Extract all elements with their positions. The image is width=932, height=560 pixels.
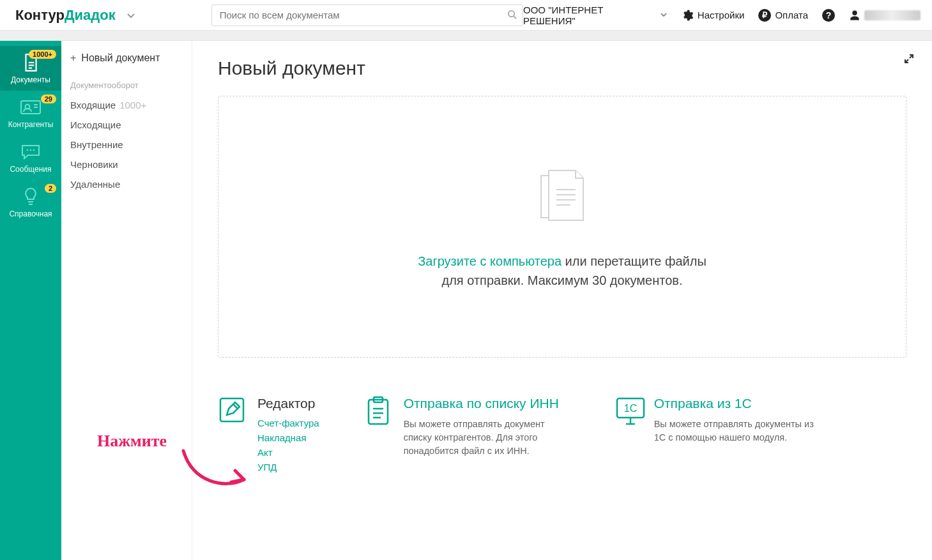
nav-item-label: Исходящие (70, 119, 121, 130)
dropzone-line1: Загрузите с компьютера или перетащите фа… (418, 252, 707, 271)
sidebar-item-reference[interactable]: 2 Справочная (0, 180, 61, 225)
payment-link[interactable]: ₽ Оплата (758, 9, 808, 22)
sidebar-item-label: Контрагенты (8, 120, 54, 129)
card-inn-desc: Вы можете отправлять документ списку кон… (404, 418, 570, 458)
contacts-icon (20, 98, 42, 116)
gear-icon (681, 9, 694, 22)
gray-strip (0, 31, 932, 41)
dropzone[interactable]: Загрузите с компьютера или перетащите фа… (218, 96, 906, 358)
editor-link-upd[interactable]: УПД (257, 462, 319, 473)
card-editor: Редактор Счет-фактура Накладная Акт УПД (218, 396, 319, 473)
nav-item-label: Внутренние (70, 139, 123, 150)
search-icon[interactable] (501, 10, 523, 21)
editor-link-act[interactable]: Акт (257, 447, 319, 458)
nav-item-deleted[interactable]: Удаленные (61, 174, 192, 194)
top-bar: КонтурДиадок ООО "ИНТЕРНЕТ РЕШЕНИЯ" Наст… (0, 0, 932, 31)
editor-link-waybill[interactable]: Накладная (257, 432, 319, 443)
nav-item-inbox[interactable]: Входящие 1000+ (61, 95, 192, 115)
org-name: ООО "ИНТЕРНЕТ РЕШЕНИЯ" (523, 4, 657, 26)
logo-part2: Диадок (65, 7, 116, 24)
sidebar: 1000+ Документы 29 Контрагенты Сообщения… (0, 41, 61, 560)
nav-item-label: Черновики (70, 159, 118, 170)
monitor-1c-icon: 1С (615, 396, 643, 424)
settings-link[interactable]: Настройки (681, 9, 745, 22)
svg-text:1С: 1С (623, 403, 636, 414)
new-document-label: Новый документ (81, 52, 160, 64)
org-switch-chevron-icon[interactable] (127, 10, 135, 20)
svg-point-11 (33, 149, 35, 151)
payment-label: Оплата (775, 10, 808, 20)
chevron-down-icon (661, 13, 667, 17)
sidebar-item-documents[interactable]: 1000+ Документы (0, 46, 61, 91)
svg-line-1 (514, 16, 516, 19)
lightbulb-icon (20, 188, 42, 206)
nav-item-label: Входящие (70, 100, 116, 110)
svg-point-9 (27, 149, 29, 151)
search-box[interactable] (211, 4, 523, 26)
logo[interactable]: КонтурДиадок (15, 7, 116, 24)
plus-icon: + (70, 52, 76, 64)
search-input[interactable] (212, 10, 501, 20)
editor-link-invoice[interactable]: Счет-фактура (257, 418, 319, 428)
new-document-button[interactable]: + Новый документ (61, 52, 192, 74)
nav-item-label: Удаленные (70, 179, 120, 190)
top-right: ООО "ИНТЕРНЕТ РЕШЕНИЯ" Настройки ₽ Оплат… (523, 4, 921, 26)
dropzone-text-after: или перетащите файлы (561, 254, 707, 268)
svg-rect-18 (220, 398, 243, 421)
logo-part1: Контур (15, 7, 65, 24)
card-editor-title: Редактор (257, 396, 319, 411)
sidebar-item-label: Сообщения (10, 165, 51, 174)
clipboard-icon (364, 396, 392, 424)
ruble-icon: ₽ (758, 9, 771, 22)
nav-item-count: 1000+ (119, 100, 146, 110)
card-inn: Отправка по списку ИНН Вы можете отправл… (364, 396, 570, 473)
sidebar-badge: 1000+ (29, 50, 56, 59)
nav-item-drafts[interactable]: Черновики (61, 155, 192, 174)
card-1c-desc: Вы можете отправлять документы из 1С с п… (654, 418, 820, 444)
user-icon (849, 10, 860, 21)
nav-item-outbox[interactable]: Исходящие (61, 115, 192, 135)
svg-rect-19 (369, 400, 388, 424)
sidebar-item-messages[interactable]: Сообщения (0, 135, 61, 180)
sidebar-item-contragents[interactable]: 29 Контрагенты (0, 91, 61, 135)
help-button[interactable]: ? (822, 9, 835, 22)
main-content: Новый документ (192, 41, 932, 560)
card-1c-title[interactable]: Отправка из 1С (654, 396, 820, 411)
editor-links: Счет-фактура Накладная Акт УПД (257, 418, 319, 473)
nav-group-title: Документооборот (61, 74, 192, 95)
sidebar-badge: 2 (45, 184, 56, 193)
dropzone-line2: для отправки. Максимум 30 документов. (441, 271, 682, 290)
card-inn-title[interactable]: Отправка по списку ИНН (404, 396, 570, 411)
chat-icon (20, 143, 42, 161)
svg-point-10 (30, 149, 32, 151)
option-cards: Редактор Счет-фактура Накладная Акт УПД … (218, 396, 906, 473)
sidebar-item-label: Справочная (9, 209, 52, 218)
secondary-nav: + Новый документ Документооборот Входящи… (61, 41, 192, 560)
nav-item-internal[interactable]: Внутренние (61, 135, 192, 155)
org-selector[interactable]: ООО "ИНТЕРНЕТ РЕШЕНИЯ" (523, 4, 667, 26)
editor-icon (218, 396, 246, 424)
card-1c: 1С Отправка из 1С Вы можете отправлять д… (615, 396, 820, 473)
help-icon: ? (822, 9, 835, 22)
page-title: Новый документ (218, 57, 906, 79)
expand-icon[interactable] (904, 54, 914, 67)
sidebar-item-label: Документы (11, 75, 50, 84)
sidebar-badge: 29 (41, 95, 56, 103)
user-menu[interactable] (849, 10, 921, 21)
svg-point-0 (508, 10, 514, 16)
upload-link[interactable]: Загрузите с компьютера (418, 254, 561, 268)
user-name-blurred (864, 10, 921, 20)
settings-label: Настройки (698, 10, 745, 20)
documents-stack-icon (527, 164, 597, 236)
